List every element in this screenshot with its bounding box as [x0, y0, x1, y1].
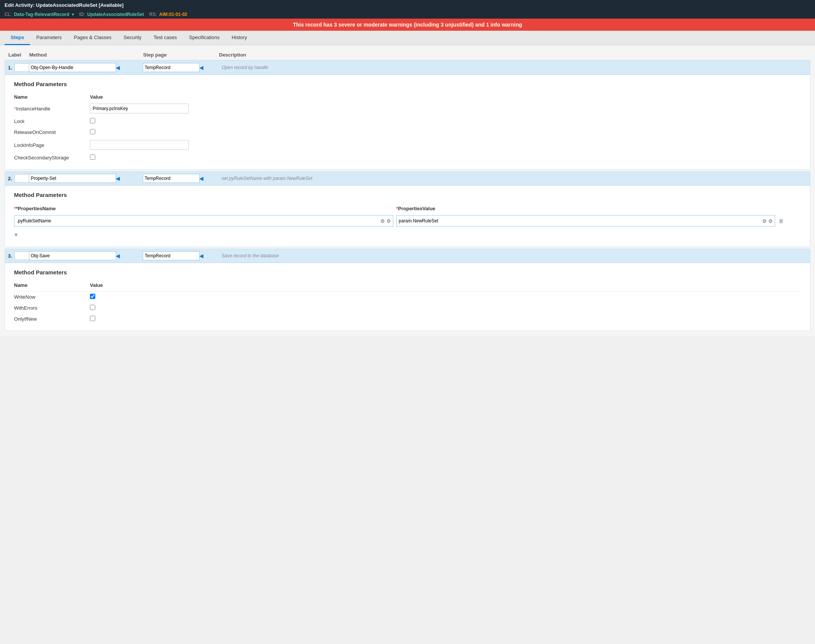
- add-property-row-btn[interactable]: +: [14, 230, 18, 241]
- param-row-lock-info-page: LockInfoPage: [14, 138, 801, 152]
- param-row-release-on-commit: ReleaseOnCommit: [14, 127, 801, 138]
- page-title: Edit Activity: UpdateAssociatedRuleSet […: [5, 2, 123, 8]
- tab-steps[interactable]: Steps: [5, 31, 30, 45]
- param-row-with-errors: WithErrors: [14, 302, 801, 313]
- param-header-name: Name: [14, 94, 90, 100]
- tab-pages-classes[interactable]: Pages & Classes: [68, 31, 118, 45]
- release-on-commit-checkbox[interactable]: [90, 129, 95, 134]
- param-name-write-now: WriteNow: [14, 294, 90, 300]
- prop-value-gear-icon-1[interactable]: ⚙: [768, 218, 773, 224]
- check-secondary-storage-checkbox[interactable]: [90, 154, 95, 160]
- step-2-method-input[interactable]: [29, 174, 116, 183]
- warning-text: This record has 3 severe or moderate war…: [293, 22, 522, 28]
- warning-bar: This record has 3 severe or moderate war…: [0, 19, 815, 31]
- tab-parameters[interactable]: Parameters: [30, 31, 68, 45]
- cl-dropdown-arrow[interactable]: ▾: [72, 12, 74, 17]
- prop-name-icons-1: ⚙ ⚙: [378, 217, 393, 225]
- with-errors-checkbox[interactable]: [90, 305, 95, 310]
- step-3-params-header: Name Value: [14, 281, 801, 291]
- prop-delete-btn-1[interactable]: 🗑: [778, 217, 784, 224]
- step-2-step-page-arrow: ◀: [199, 175, 203, 181]
- id-label: ID:: [79, 12, 85, 17]
- prop-value-input-1[interactable]: [397, 216, 761, 226]
- step-1-main-row: 1. Loop When ▾ ◀ ◀ Open record by handle: [5, 61, 810, 75]
- step-2-properties-table: **PropertiesName *PropertiesValue ⚙ ⚙: [14, 203, 801, 241]
- step-3-params-title: Method Parameters: [14, 269, 801, 276]
- step-3-method-cell: ◀: [29, 251, 143, 260]
- step-1-step-page-input[interactable]: [143, 63, 200, 72]
- param-value-with-errors: [90, 305, 801, 311]
- param-value-check-secondary-storage: [90, 154, 801, 161]
- tabs-bar: Steps Parameters Pages & Classes Securit…: [0, 31, 815, 45]
- table-header: Label Method Step page Description: [5, 50, 810, 60]
- step-1-params-table: Name Value *InstanceHandle Lock: [14, 93, 801, 163]
- param-value-lock: [90, 118, 801, 124]
- meta-bar: CL: Data-Tag-RelevantRecord ▾ ID: Update…: [0, 10, 815, 19]
- tab-specifications[interactable]: Specifications: [183, 31, 225, 45]
- step-2-description: set pyRuleSetName with param.NewRuleSet: [219, 176, 807, 181]
- step-row-1: 1. Loop When ▾ ◀ ◀ Open record by handle…: [5, 60, 810, 170]
- param-value-instance-handle: [90, 104, 801, 113]
- prop-delete-cell-1: 🗑: [778, 217, 801, 224]
- step-3-method-input[interactable]: [29, 251, 116, 260]
- prop-value-settings-icon-1[interactable]: ⚙: [762, 218, 767, 224]
- step-3-number: 3.: [8, 253, 12, 259]
- cl-label: CL:: [5, 12, 12, 17]
- tab-security[interactable]: Security: [118, 31, 148, 45]
- param-name-release-on-commit: ReleaseOnCommit: [14, 129, 90, 135]
- param-name-only-if-new: OnlyIfNew: [14, 316, 90, 322]
- step-1-step-page-cell: ◀: [143, 63, 219, 72]
- prop-name-settings-icon-1[interactable]: ⚙: [380, 218, 385, 224]
- rs-label: RS:: [149, 12, 157, 17]
- step-2-label-cell: 2. Loop When ▾: [8, 174, 29, 183]
- step-2-properties-header: **PropertiesName *PropertiesValue: [14, 203, 801, 214]
- param-row-write-now: WriteNow: [14, 291, 801, 302]
- tab-history[interactable]: History: [225, 31, 253, 45]
- lock-checkbox[interactable]: [90, 118, 95, 123]
- cl-value: Data-Tag-RelevantRecord: [14, 12, 69, 17]
- write-now-checkbox[interactable]: [90, 294, 95, 299]
- step-1-params-title: Method Parameters: [14, 81, 801, 87]
- instance-handle-input[interactable]: [90, 104, 189, 113]
- prop-action-header: [778, 206, 801, 211]
- step-3-header-name: Name: [14, 282, 90, 288]
- param-name-with-errors: WithErrors: [14, 305, 90, 311]
- prop-name-gear-icon-1[interactable]: ⚙: [386, 218, 391, 224]
- step-2-main-row: 2. Loop When ▾ ◀ ◀ set pyRuleSetName wit…: [5, 172, 810, 186]
- only-if-new-checkbox[interactable]: [90, 316, 95, 321]
- prop-name-header: **PropertiesName: [14, 206, 396, 211]
- param-row-check-secondary-storage: CheckSecondaryStorage: [14, 152, 801, 163]
- step-3-header-value: Value: [90, 282, 801, 288]
- content-area: Label Method Step page Description 1. Lo…: [0, 45, 815, 336]
- prop-name-cell-1: ⚙ ⚙: [14, 215, 393, 227]
- step-3-label-cell: 3. Loop When ▾: [8, 252, 29, 260]
- step-1-label-cell: 1. Loop When ▾: [8, 63, 29, 72]
- header-description: Description: [219, 52, 807, 58]
- param-value-only-if-new: [90, 316, 801, 322]
- step-1-params-header: Name Value: [14, 93, 801, 101]
- tab-test-cases[interactable]: Test cases: [148, 31, 183, 45]
- header-step-page: Step page: [143, 52, 219, 58]
- rs-value: AIM:01-01-02: [159, 12, 187, 17]
- step-2-method-cell: ◀: [29, 174, 143, 183]
- step-3-params-section: Method Parameters Name Value WriteNow Wi…: [5, 263, 810, 331]
- step-2-number: 2.: [8, 176, 12, 181]
- prop-value-header: *PropertiesValue: [396, 206, 779, 211]
- param-row-lock: Lock: [14, 116, 801, 127]
- step-1-params-section: Method Parameters Name Value *InstanceHa…: [5, 75, 810, 169]
- param-name-instance-handle: *InstanceHandle: [14, 106, 90, 112]
- prop-row-1: ⚙ ⚙ ⚙ ⚙ 🗑: [14, 214, 801, 228]
- step-3-method-arrow: ◀: [116, 253, 120, 259]
- step-3-step-page-input[interactable]: [143, 251, 200, 260]
- param-row-only-if-new: OnlyIfNew: [14, 313, 801, 324]
- prop-name-input-1[interactable]: [14, 216, 378, 226]
- step-2-step-page-input[interactable]: [143, 174, 200, 183]
- step-1-method-cell: ◀: [29, 63, 143, 72]
- step-2-params-title: Method Parameters: [14, 192, 801, 198]
- step-3-main-row: 3. Loop When ▾ ◀ ◀ Save record to the da…: [5, 249, 810, 263]
- step-1-method-arrow: ◀: [116, 65, 120, 71]
- step-1-description: Open record by handle: [219, 65, 807, 70]
- lock-info-page-input[interactable]: [90, 140, 189, 150]
- param-row-instance-handle: *InstanceHandle: [14, 101, 801, 116]
- step-1-method-input[interactable]: [29, 63, 116, 72]
